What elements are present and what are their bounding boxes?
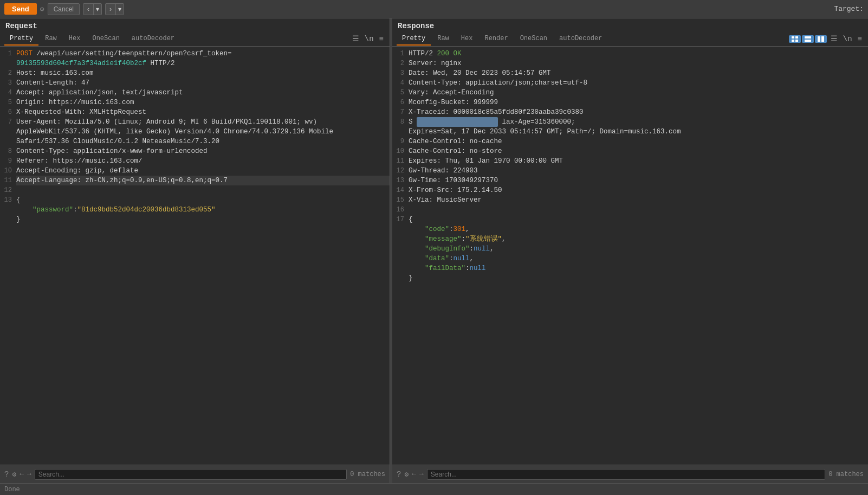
line-text: AppleWebKit/537.36 (KHTML, like Gecko) V… xyxy=(16,127,333,137)
line-text: Expires: Thu, 01 Jan 1970 00:00:00 GMT xyxy=(409,156,563,166)
tab-response-onescan[interactable]: OneScan xyxy=(515,33,553,46)
response-search-back[interactable]: ← xyxy=(412,470,416,478)
line-text: } xyxy=(16,215,21,224)
gear-icon[interactable]: ⚙ xyxy=(40,5,44,14)
response-menu-icon[interactable]: ≡ xyxy=(856,35,864,43)
request-search-back[interactable]: ← xyxy=(20,470,24,478)
code-line: 9Cache-Control: no-cache xyxy=(392,137,868,146)
line-number xyxy=(392,224,409,234)
line-number: 5 xyxy=(392,88,409,98)
line-number: 15 xyxy=(392,195,409,205)
target-label: Target: xyxy=(834,5,864,13)
line-text: User-Agent: Mozilla/5.0 (Linux; Android … xyxy=(16,117,317,127)
line-text: Origin: https://music.163.com xyxy=(16,98,134,107)
line-number: 9 xyxy=(392,137,409,146)
code-line: 8S lax-Age=315360000; xyxy=(392,117,868,127)
response-list-icon[interactable]: ☰ xyxy=(829,34,839,43)
line-text: Safari/537.36 CloudMusic/0.1.2 NeteaseMu… xyxy=(16,137,219,146)
toolbar: Send ⚙ Cancel ‹ ▾ › ▾ Target: xyxy=(0,0,868,18)
line-text: 99135593d604cf7a3f34ad1e1f40b2cf HTTP/2 xyxy=(16,59,175,68)
response-panel: Response Pretty Raw Hex Render OneScan a… xyxy=(392,18,868,483)
response-grid-btn-1[interactable] xyxy=(789,35,801,43)
response-search-fwd[interactable]: → xyxy=(419,470,424,478)
nav-forward-button[interactable]: › xyxy=(106,4,115,15)
status-bar: Done xyxy=(0,483,868,495)
cancel-button[interactable]: Cancel xyxy=(48,3,80,15)
response-matches-label: 0 matches xyxy=(828,471,864,478)
tab-request-hex[interactable]: Hex xyxy=(63,33,86,46)
line-text: "debugInfo":null, xyxy=(409,244,494,254)
response-help-icon[interactable]: ? xyxy=(397,470,401,479)
line-number: 14 xyxy=(392,185,409,195)
line-text: HTTP/2 200 OK xyxy=(409,49,462,59)
line-text: Content-Type: application/x-www-form-url… xyxy=(16,146,208,156)
svg-rect-2 xyxy=(792,40,794,42)
code-line: 2Server: nginx xyxy=(392,59,868,68)
response-grid-btn-2[interactable] xyxy=(802,35,814,43)
code-line: "code":301, xyxy=(392,224,868,234)
send-button[interactable]: Send xyxy=(4,3,37,15)
tab-response-hex[interactable]: Hex xyxy=(456,33,478,46)
request-list-icon[interactable]: ☰ xyxy=(351,34,361,43)
request-panel: Request Pretty Raw Hex OneScan autoDecod… xyxy=(0,18,390,483)
code-line: 3Content-Length: 47 xyxy=(0,78,390,88)
response-search-input[interactable] xyxy=(427,469,825,480)
response-grid-btn-3[interactable] xyxy=(815,35,827,43)
line-number: 17 xyxy=(392,215,409,224)
line-text: Gw-Time: 1703049297370 xyxy=(409,176,498,185)
request-tab-bar: Pretty Raw Hex OneScan autoDecoder ☰ \n … xyxy=(0,31,390,47)
response-gear-icon[interactable]: ⚙ xyxy=(404,470,409,479)
request-search-input[interactable] xyxy=(35,469,347,480)
code-line: 5Vary: Accept-Encoding xyxy=(392,88,868,98)
request-search-fwd[interactable]: → xyxy=(27,470,31,478)
line-text: Referer: https://music.163.com/ xyxy=(16,156,142,166)
request-menu-icon[interactable]: ≡ xyxy=(378,35,385,43)
request-help-icon[interactable]: ? xyxy=(4,470,9,479)
line-text: { xyxy=(16,195,21,205)
nav-back-dropdown[interactable]: ▾ xyxy=(93,4,101,15)
tab-response-raw[interactable]: Raw xyxy=(432,33,455,46)
code-line: 10Cache-Control: no-store xyxy=(392,146,868,156)
line-number xyxy=(392,127,409,137)
tab-response-autodecoder[interactable]: autoDecoder xyxy=(554,33,607,46)
code-line: } xyxy=(0,215,390,224)
response-code-area[interactable]: 1HTTP/2 200 OK2Server: nginx3Date: Wed, … xyxy=(392,47,868,465)
main-content: Request Pretty Raw Hex OneScan autoDecod… xyxy=(0,18,868,483)
line-text: "message":"系统错误", xyxy=(409,234,506,244)
request-search-bar: ? ⚙ ← → 0 matches xyxy=(0,465,390,483)
nav-forward-dropdown[interactable]: ▾ xyxy=(115,4,124,15)
tab-response-pretty[interactable]: Pretty xyxy=(397,33,431,46)
code-line: AppleWebKit/537.36 (KHTML, like Gecko) V… xyxy=(0,127,390,137)
line-number: 6 xyxy=(392,98,409,107)
code-line: 12 xyxy=(0,185,390,195)
tab-request-raw[interactable]: Raw xyxy=(40,33,62,46)
code-line: 13Gw-Time: 1703049297370 xyxy=(392,176,868,185)
line-text: Date: Wed, 20 Dec 2023 05:14:57 GMT xyxy=(409,68,551,78)
line-number: 3 xyxy=(392,68,409,78)
line-text: Gw-Thread: 224903 xyxy=(409,166,478,176)
code-line: 5Origin: https://music.163.com xyxy=(0,98,390,107)
line-number: 9 xyxy=(0,156,16,166)
tab-request-onescan[interactable]: OneScan xyxy=(87,33,125,46)
code-line: 3Date: Wed, 20 Dec 2023 05:14:57 GMT xyxy=(392,68,868,78)
line-text: X-Requested-With: XMLHttpRequest xyxy=(16,107,146,117)
line-text: Accept-Encoding: gzip, deflate xyxy=(16,166,138,176)
tab-response-render[interactable]: Render xyxy=(479,33,513,46)
line-text: Cache-Control: no-store xyxy=(409,146,502,156)
line-text: Vary: Accept-Encoding xyxy=(409,88,494,98)
line-number xyxy=(392,263,409,273)
response-wrap-icon[interactable]: \n xyxy=(841,35,854,43)
line-text: Content-Type: application/json;charset=u… xyxy=(409,78,587,88)
svg-rect-5 xyxy=(805,40,811,42)
request-wrap-icon[interactable]: \n xyxy=(363,35,375,43)
line-number: 11 xyxy=(392,156,409,166)
tab-request-autodecoder[interactable]: autoDecoder xyxy=(126,33,180,46)
line-number: 16 xyxy=(392,205,409,215)
line-number xyxy=(392,234,409,244)
request-code-area[interactable]: 1POST /weapi/user/setting/teenpattern/op… xyxy=(0,47,390,465)
request-gear-icon[interactable]: ⚙ xyxy=(12,470,16,479)
line-number: 8 xyxy=(392,117,409,127)
nav-back-button[interactable]: ‹ xyxy=(83,4,93,15)
request-tab-actions: ☰ \n ≡ xyxy=(351,34,385,43)
tab-request-pretty[interactable]: Pretty xyxy=(4,33,38,46)
